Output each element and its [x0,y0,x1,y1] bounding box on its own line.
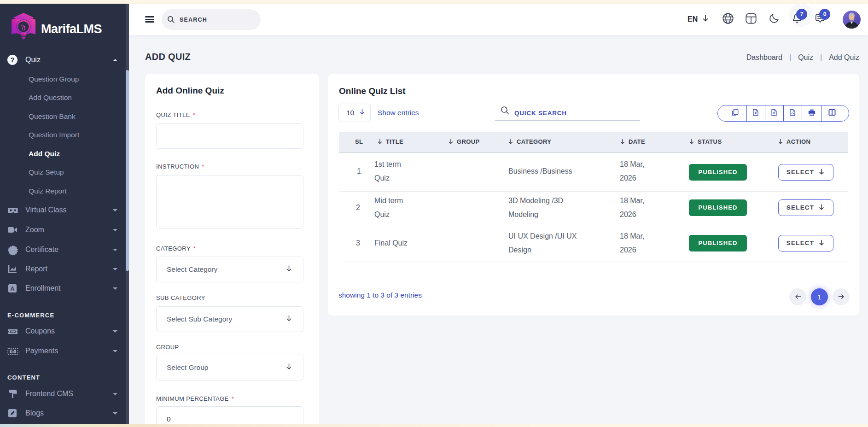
svg-text:?: ? [11,56,15,64]
svg-text:A: A [10,286,14,292]
svg-text:0: 0 [12,350,14,354]
